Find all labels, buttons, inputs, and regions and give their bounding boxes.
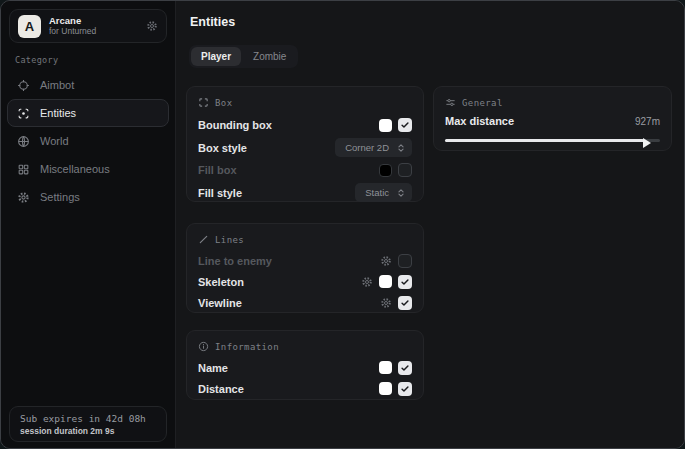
diagonal-line-icon: [198, 234, 209, 245]
max-distance-value: 927m: [635, 116, 660, 127]
setting-row-bounding-box: Bounding box: [198, 114, 412, 137]
sidebar-item-label: Miscellaneous: [40, 163, 110, 175]
color-swatch[interactable]: [379, 164, 392, 177]
skeleton-checkbox[interactable]: [398, 275, 412, 289]
setting-row-skeleton: Skeleton: [198, 271, 412, 292]
setting-row-box-style: Box style Corner 2D: [198, 137, 412, 160]
tab-player[interactable]: Player: [191, 47, 241, 66]
information-panel-header: Information: [198, 340, 412, 353]
sidebar-item-label: Entities: [40, 107, 76, 119]
corner-brackets-icon: [198, 97, 209, 108]
bounding-box-checkbox[interactable]: [398, 118, 412, 132]
brand-card: A Arcane for Unturned: [9, 9, 167, 43]
setting-label: Distance: [198, 383, 244, 395]
sidebar-nav: Aimbot Entities World Miscellaneous: [7, 71, 169, 211]
sidebar-item-label: World: [40, 135, 69, 147]
color-swatch[interactable]: [379, 361, 392, 374]
setting-label: Line to enemy: [198, 255, 272, 267]
box-panel-header: Box: [198, 96, 412, 109]
color-swatch[interactable]: [379, 275, 392, 288]
sidebar-item-aimbot[interactable]: Aimbot: [7, 71, 169, 99]
sidebar-item-settings[interactable]: Settings: [7, 183, 169, 211]
sidebar-item-entities[interactable]: Entities: [7, 99, 169, 127]
general-panel-header: General: [445, 96, 660, 109]
grid-icon: [17, 163, 30, 176]
box-style-dropdown[interactable]: Corner 2D: [335, 138, 412, 157]
check-icon: [400, 363, 410, 373]
chevron-up-down-icon: [396, 188, 406, 198]
sidebar-item-world[interactable]: World: [7, 127, 169, 155]
sidebar-item-label: Aimbot: [40, 79, 74, 91]
session-duration-text: session duration 2m 9s: [20, 426, 156, 436]
gear-icon[interactable]: [146, 20, 158, 32]
gear-icon[interactable]: [380, 297, 392, 309]
info-icon: [198, 341, 209, 352]
main-content: Entities Player Zombie Box Bounding box: [176, 1, 684, 448]
gear-icon[interactable]: [380, 255, 392, 267]
fill-style-dropdown[interactable]: Static: [355, 183, 412, 202]
entity-tabs: Player Zombie: [189, 45, 298, 68]
gear-icon: [17, 191, 30, 204]
color-swatch[interactable]: [379, 382, 392, 395]
sidebar-item-label: Settings: [40, 191, 80, 203]
setting-row-fill-style: Fill style Static: [198, 182, 412, 205]
app-window: A Arcane for Unturned Category Aimbot: [0, 0, 685, 449]
fill-box-checkbox[interactable]: [398, 163, 412, 177]
check-icon: [400, 298, 410, 308]
sliders-icon: [445, 97, 456, 108]
brand-subtitle: for Unturned: [49, 27, 96, 37]
setting-row-viewline: Viewline: [198, 292, 412, 313]
viewline-checkbox[interactable]: [398, 296, 412, 310]
panel-title: Box: [215, 98, 232, 108]
setting-label: Fill box: [198, 164, 237, 176]
slider-thumb[interactable]: [643, 138, 651, 148]
color-swatch[interactable]: [379, 119, 392, 132]
max-distance-slider[interactable]: [445, 136, 660, 144]
box-panel: Box Bounding box Box style Corner 2D: [186, 86, 424, 202]
globe-icon: [17, 135, 30, 148]
setting-row-line-to-enemy: Line to enemy: [198, 250, 412, 271]
setting-label: Viewline: [198, 297, 242, 309]
brand-text: Arcane for Unturned: [49, 16, 96, 37]
setting-label: Skeleton: [198, 276, 244, 288]
subscription-card: Sub expires in 42d 08h session duration …: [9, 406, 167, 442]
sidebar: A Arcane for Unturned Category Aimbot: [1, 1, 176, 448]
check-icon: [400, 277, 410, 287]
crosshair-icon: [17, 79, 30, 92]
max-distance-row: Max distance 927m: [445, 115, 660, 127]
setting-row-name: Name: [198, 357, 412, 378]
gear-icon[interactable]: [361, 276, 373, 288]
information-panel: Information Name Distance: [186, 330, 424, 400]
sub-expires-text: Sub expires in 42d 08h: [20, 413, 156, 424]
panel-title: Lines: [215, 235, 244, 245]
app-logo: A: [18, 15, 41, 38]
setting-label: Fill style: [198, 187, 242, 199]
setting-row-distance: Distance: [198, 378, 412, 399]
tab-zombie[interactable]: Zombie: [243, 47, 296, 66]
check-icon: [400, 120, 410, 130]
panel-title: Information: [215, 342, 279, 352]
distance-checkbox[interactable]: [398, 382, 412, 396]
setting-row-fill-box: Fill box: [198, 159, 412, 182]
general-panel: General Max distance 927m: [433, 86, 672, 151]
name-checkbox[interactable]: [398, 361, 412, 375]
category-label: Category: [15, 55, 58, 65]
dropdown-value: Static: [365, 187, 389, 198]
scan-box-icon: [17, 107, 30, 120]
check-icon: [400, 384, 410, 394]
setting-label: Box style: [198, 142, 247, 154]
page-title: Entities: [190, 15, 235, 29]
max-distance-label: Max distance: [445, 115, 514, 127]
setting-label: Name: [198, 362, 228, 374]
chevron-up-down-icon: [396, 143, 406, 153]
max-distance-slider-fill: [445, 139, 644, 142]
setting-label: Bounding box: [198, 119, 272, 131]
lines-panel-header: Lines: [198, 233, 412, 246]
panel-title: General: [462, 98, 503, 108]
sidebar-item-miscellaneous[interactable]: Miscellaneous: [7, 155, 169, 183]
line-to-enemy-checkbox[interactable]: [398, 254, 412, 268]
brand-title: Arcane: [49, 16, 96, 27]
dropdown-value: Corner 2D: [345, 142, 389, 153]
lines-panel: Lines Line to enemy Skeleton Viewline: [186, 223, 424, 313]
